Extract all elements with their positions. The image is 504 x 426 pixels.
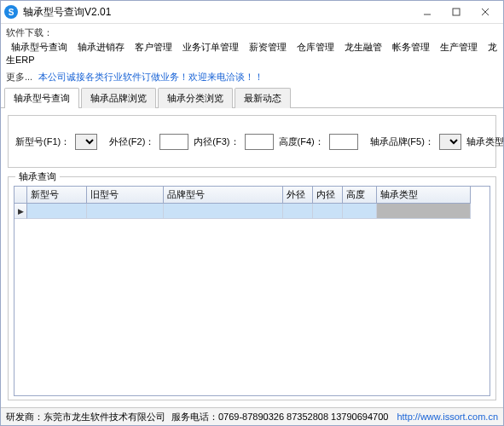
developer-label: 研发商：东莞市龙生软件技术有限公司 bbox=[6, 411, 165, 423]
tab-1[interactable]: 轴承品牌浏览 bbox=[81, 88, 156, 108]
promo-text[interactable]: 本公司诚接各类行业软件订做业务！欢迎来电洽谈！！ bbox=[38, 72, 264, 82]
type-label: 轴承类型(F6)： bbox=[466, 135, 503, 148]
result-grid[interactable]: 新型号旧型号品牌型号外径内径高度轴承类型 ▶ bbox=[14, 186, 490, 396]
cell[interactable] bbox=[377, 204, 471, 219]
brand-combo[interactable] bbox=[439, 134, 461, 150]
title-bar: S 轴承型号查询V2.01 bbox=[1, 1, 503, 24]
status-bar: 研发商：东莞市龙生软件技术有限公司 服务电话：0769-87890326 873… bbox=[1, 407, 503, 425]
tab-content: 新型号(F1)： 外径(F2)： 内径(F3)： 高度(F4)： 轴承品牌(F5… bbox=[1, 108, 503, 407]
grid-group: 轴承查询 新型号旧型号品牌型号外径内径高度轴承类型 ▶ bbox=[8, 176, 496, 400]
brand-label: 轴承品牌(F5)： bbox=[370, 135, 434, 148]
tab-3[interactable]: 最新动态 bbox=[235, 88, 291, 108]
col-header-0[interactable]: 新型号 bbox=[27, 187, 87, 204]
tab-strip: 轴承型号查询轴承品牌浏览轴承分类浏览最新动态 bbox=[1, 87, 503, 108]
cell[interactable] bbox=[87, 204, 164, 219]
svg-rect-1 bbox=[453, 9, 460, 15]
new-model-combo[interactable] bbox=[75, 134, 97, 150]
app-icon: S bbox=[4, 5, 18, 19]
cell[interactable] bbox=[27, 204, 87, 219]
app-window: S 轴承型号查询V2.01 软件下载： 轴承型号查询轴承进销存客户管理业务订单管… bbox=[0, 0, 504, 426]
minimize-button[interactable] bbox=[413, 3, 442, 21]
menu-item-6[interactable]: 龙生融管 bbox=[339, 40, 387, 54]
inner-input[interactable] bbox=[245, 134, 274, 150]
cell[interactable] bbox=[343, 204, 377, 219]
maximize-button[interactable] bbox=[442, 3, 471, 21]
col-header-4[interactable]: 内径 bbox=[313, 187, 343, 204]
col-header-3[interactable]: 外径 bbox=[283, 187, 313, 204]
status-url[interactable]: http://www.issort.com.cn bbox=[397, 412, 498, 422]
row-pointer-icon: ▶ bbox=[14, 204, 27, 219]
col-header-2[interactable]: 品牌型号 bbox=[164, 187, 283, 204]
table-row[interactable]: ▶ bbox=[14, 204, 490, 219]
cell[interactable] bbox=[313, 204, 343, 219]
search-panel: 新型号(F1)： 外径(F2)： 内径(F3)： 高度(F4)： 轴承品牌(F5… bbox=[8, 115, 496, 168]
service-phone: 服务电话：0769-87890326 87352808 13790694700 bbox=[171, 411, 388, 423]
menu-item-0[interactable]: 轴承型号查询 bbox=[6, 40, 72, 54]
menu-item-7[interactable]: 帐务管理 bbox=[387, 40, 435, 54]
cell[interactable] bbox=[283, 204, 313, 219]
menu-item-4[interactable]: 薪资管理 bbox=[244, 40, 292, 54]
menu-bar: 软件下载： 轴承型号查询轴承进销存客户管理业务订单管理薪资管理仓库管理龙生融管帐… bbox=[1, 24, 503, 69]
col-header-1[interactable]: 旧型号 bbox=[87, 187, 164, 204]
window-title: 轴承型号查询V2.01 bbox=[23, 5, 413, 20]
tab-2[interactable]: 轴承分类浏览 bbox=[158, 88, 233, 108]
cell[interactable] bbox=[164, 204, 283, 219]
height-input[interactable] bbox=[329, 134, 358, 150]
menu-item-8[interactable]: 生产管理 bbox=[435, 40, 483, 54]
outer-input[interactable] bbox=[159, 134, 188, 150]
inner-label: 内径(F3)： bbox=[194, 135, 239, 148]
outer-label: 外径(F2)： bbox=[109, 135, 154, 148]
download-label: 软件下载： bbox=[6, 26, 53, 39]
menu-item-5[interactable]: 仓库管理 bbox=[292, 40, 339, 54]
close-button[interactable] bbox=[471, 3, 500, 21]
col-header-6[interactable]: 轴承类型 bbox=[377, 187, 471, 204]
menu-item-2[interactable]: 客户管理 bbox=[130, 40, 177, 54]
row-header-corner bbox=[14, 187, 27, 204]
col-header-5[interactable]: 高度 bbox=[343, 187, 377, 204]
promo-line: 更多... 本公司诚接各类行业软件订做业务！欢迎来电洽谈！！ bbox=[1, 69, 503, 87]
height-label: 高度(F4)： bbox=[279, 135, 324, 148]
menu-item-1[interactable]: 轴承进销存 bbox=[72, 40, 130, 54]
grid-legend: 轴承查询 bbox=[15, 170, 60, 183]
tab-0[interactable]: 轴承型号查询 bbox=[4, 88, 79, 108]
menu-item-3[interactable]: 业务订单管理 bbox=[177, 40, 244, 54]
new-model-label: 新型号(F1)： bbox=[15, 135, 70, 148]
more-label[interactable]: 更多... bbox=[6, 72, 32, 82]
